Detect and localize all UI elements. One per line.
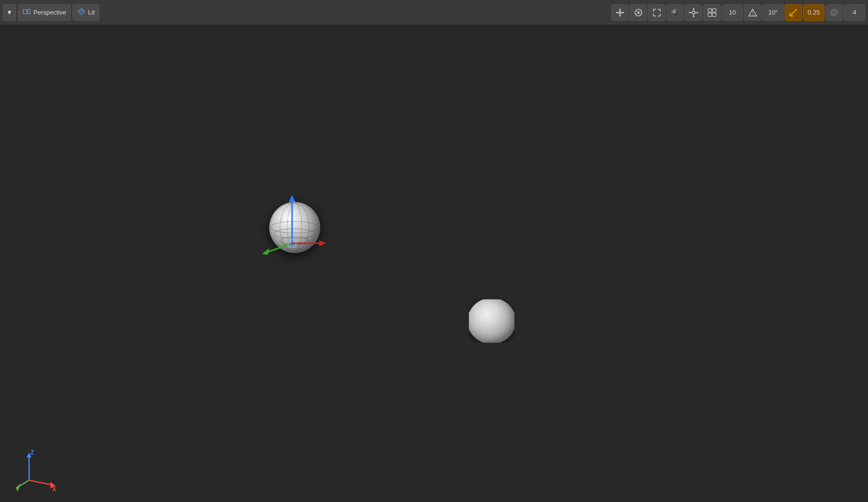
svg-point-23 bbox=[689, 12, 691, 13]
grid-value-text: 10 bbox=[729, 9, 736, 16]
y-axis-label: Y bbox=[16, 486, 19, 492]
3d-viewport[interactable]: Z Y X bbox=[0, 25, 868, 502]
svg-rect-28 bbox=[713, 13, 716, 16]
svg-marker-7 bbox=[619, 15, 621, 17]
scale-snap-value-button[interactable]: 0.25 bbox=[803, 4, 824, 21]
selected-sphere-object[interactable] bbox=[265, 195, 324, 248]
dropdown-arrow-icon: ▼ bbox=[6, 9, 13, 16]
lit-label: Lit bbox=[88, 9, 95, 16]
svg-point-15 bbox=[672, 9, 679, 16]
svg-point-21 bbox=[693, 8, 695, 9]
svg-marker-66 bbox=[289, 195, 295, 202]
svg-line-76 bbox=[29, 480, 52, 485]
lit-mode-button[interactable]: Lit bbox=[73, 4, 99, 21]
svg-marker-68 bbox=[319, 240, 326, 246]
svg-line-31 bbox=[790, 9, 797, 16]
angle-snap-value-button[interactable]: 10° bbox=[762, 4, 784, 21]
perspective-view-button[interactable]: Perspective bbox=[18, 4, 71, 21]
viewport-grid bbox=[0, 25, 145, 98]
svg-marker-29 bbox=[749, 9, 757, 16]
svg-marker-0 bbox=[23, 10, 27, 14]
scale-snap-text: 0.25 bbox=[807, 9, 820, 16]
svg-rect-25 bbox=[708, 9, 712, 12]
svg-rect-26 bbox=[713, 9, 716, 12]
x-axis-label: X bbox=[52, 486, 56, 492]
move-tool-button[interactable] bbox=[611, 4, 629, 21]
svg-point-64 bbox=[280, 203, 309, 251]
svg-marker-1 bbox=[27, 9, 30, 14]
svg-point-60 bbox=[280, 237, 309, 245]
orbit-button[interactable] bbox=[630, 4, 647, 21]
lit-icon bbox=[77, 7, 86, 17]
svg-point-16 bbox=[692, 11, 695, 14]
svg-point-62 bbox=[270, 221, 319, 233]
lod-value-text: 4 bbox=[852, 9, 856, 16]
svg-point-24 bbox=[697, 12, 698, 13]
angle-snap-icon-button[interactable] bbox=[744, 4, 761, 21]
snap-button[interactable] bbox=[685, 4, 702, 21]
perspective-icon bbox=[22, 7, 31, 17]
scale-snap-icon-button[interactable] bbox=[785, 4, 802, 21]
lod-value-button[interactable]: 4 bbox=[844, 4, 865, 21]
svg-marker-70 bbox=[262, 248, 269, 255]
angle-snap-text: 10° bbox=[768, 9, 778, 16]
svg-point-63 bbox=[287, 203, 302, 251]
svg-point-59 bbox=[270, 203, 319, 251]
z-axis-label: Z bbox=[31, 449, 34, 456]
axis-indicator: Z Y X bbox=[15, 449, 53, 487]
main-toolbar: ▼ Perspective Lit bbox=[0, 0, 868, 25]
svg-point-22 bbox=[693, 16, 695, 17]
svg-rect-27 bbox=[708, 13, 712, 16]
svg-marker-6 bbox=[619, 8, 621, 10]
svg-marker-9 bbox=[622, 12, 624, 14]
maximize-button[interactable] bbox=[648, 4, 666, 21]
perspective-label: Perspective bbox=[33, 9, 66, 16]
sphere-mode-button[interactable] bbox=[666, 4, 684, 21]
svg-point-13 bbox=[637, 12, 639, 14]
right-toolbar-group: 10 10° 0.25 bbox=[611, 4, 865, 21]
viewport-options-dropdown[interactable]: ▼ bbox=[3, 4, 16, 21]
grid-value-button[interactable]: 10 bbox=[722, 4, 743, 21]
lod-icon-button[interactable] bbox=[825, 4, 843, 21]
svg-marker-8 bbox=[616, 12, 618, 14]
secondary-sphere-object[interactable] bbox=[465, 296, 518, 349]
grid-button[interactable] bbox=[703, 4, 721, 21]
